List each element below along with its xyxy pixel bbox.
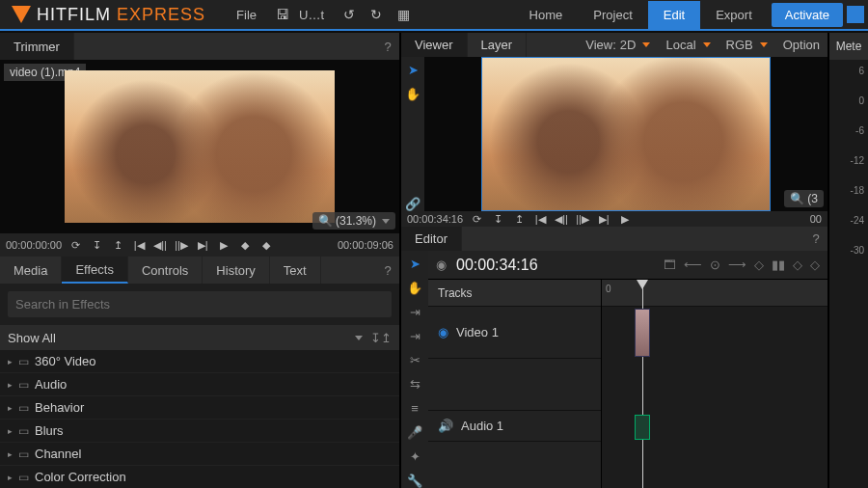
hand-tool-icon[interactable]: ✋ — [405, 87, 420, 101]
menu-file[interactable]: File — [227, 2, 266, 28]
redo-icon[interactable]: ↻ — [365, 3, 388, 26]
cut-tool-icon[interactable]: ✂ — [410, 353, 420, 367]
tab-media[interactable]: Media — [0, 257, 62, 284]
audio-clip[interactable] — [635, 415, 650, 440]
viewer-view-mode[interactable]: View: 2D — [578, 33, 658, 57]
undo-icon[interactable]: ↺ — [338, 3, 361, 26]
nav-home-icon[interactable]: ⊙ — [710, 258, 720, 272]
tab-controls[interactable]: Controls — [128, 257, 203, 284]
nav-export[interactable]: Export — [700, 1, 768, 29]
spark-tool-icon[interactable]: ✦ — [410, 449, 420, 464]
folder-icon: ▭ — [18, 378, 29, 392]
trimmer-help-icon[interactable]: ? — [376, 33, 399, 60]
notification-indicator[interactable] — [847, 6, 864, 23]
fx-category-item[interactable]: ▸▭360° Video — [0, 350, 399, 373]
meters-title[interactable]: Mete — [829, 33, 868, 60]
triangle-icon: ▸ — [8, 449, 13, 459]
nav-prev-icon[interactable]: ⟵ — [684, 258, 702, 272]
audio-track-row[interactable]: 🔊 Audio 1 — [428, 411, 601, 442]
step-back-icon[interactable]: ◀|| — [152, 239, 168, 252]
pointer-tool-icon[interactable]: ➤ — [408, 63, 419, 77]
play-icon[interactable]: ▶ — [216, 239, 231, 252]
wrench-tool-icon[interactable]: 🔧 — [407, 474, 422, 488]
triangle-icon: ▸ — [8, 403, 13, 413]
set-out-icon[interactable]: ↥ — [511, 213, 527, 226]
fx-category-item[interactable]: ▸▭Behavior — [0, 396, 399, 420]
keyframe-end-icon[interactable]: ◇ — [793, 258, 802, 272]
tab-layer[interactable]: Layer — [468, 33, 528, 57]
step-fwd-icon[interactable]: ||▶ — [575, 213, 590, 226]
trimmer-tc-out: 00:00:09:06 — [338, 239, 393, 251]
folder-icon: ▭ — [18, 401, 29, 415]
fx-category-item[interactable]: ▸▭Blurs — [0, 420, 399, 443]
sort-icon[interactable]: ↧↥ — [370, 331, 392, 345]
loop-icon[interactable]: ⟳ — [469, 213, 484, 226]
mic-tool-icon[interactable]: 🎤 — [407, 425, 422, 440]
loop-icon[interactable]: ⟳ — [68, 239, 83, 252]
marker2-icon[interactable]: ◆ — [258, 239, 274, 252]
viewer-space[interactable]: Local — [658, 33, 718, 57]
nav-next-icon[interactable]: ⟶ — [728, 258, 746, 272]
go-end-icon[interactable]: ▶| — [195, 239, 210, 252]
tab-history[interactable]: History — [203, 257, 269, 284]
viewer-zoom[interactable]: 🔍 (3 — [784, 190, 824, 207]
video-clip[interactable] — [635, 309, 650, 357]
nav-project[interactable]: Project — [578, 1, 647, 29]
tracks-header: Tracks — [428, 280, 601, 307]
play-icon[interactable]: ▶ — [617, 213, 633, 226]
go-end-icon[interactable]: ▶| — [596, 213, 611, 226]
editor-help-icon[interactable]: ? — [804, 227, 827, 251]
activate-button[interactable]: Activate — [772, 3, 843, 27]
trimmer-zoom[interactable]: 🔍 (31.3%) — [312, 212, 395, 230]
fx-filter-row[interactable]: Show All ↧↥ — [0, 325, 399, 350]
swap-tool-icon[interactable]: ⇆ — [410, 377, 420, 392]
save-icon[interactable]: 🖫 — [270, 3, 295, 26]
pointer-tool-icon[interactable]: ➤ — [410, 257, 420, 271]
tab-text[interactable]: Text — [270, 257, 321, 284]
go-start-icon[interactable]: |◀ — [131, 239, 147, 252]
set-out-icon[interactable]: ↥ — [110, 239, 125, 252]
tab-viewer[interactable]: Viewer — [401, 33, 468, 57]
snap2-tool-icon[interactable]: ⇥ — [410, 329, 420, 343]
snap-tool-icon[interactable]: ⇥ — [410, 305, 420, 319]
fx-category-item[interactable]: ▸▭Color Correction — [0, 466, 399, 488]
set-in-icon[interactable]: ↧ — [490, 213, 505, 226]
video-track-row[interactable]: ◉ Video 1 — [428, 307, 601, 359]
marker1-icon[interactable]: ◆ — [237, 239, 253, 252]
keyframe2-icon[interactable]: ◇ — [810, 258, 820, 272]
set-in-icon[interactable]: ↧ — [89, 239, 104, 252]
playhead-timecode[interactable]: 00:00:34:16 — [456, 257, 538, 274]
chevron-down-icon — [642, 42, 650, 47]
fx-category-item[interactable]: ▸▭Channel — [0, 443, 399, 466]
step-back-icon[interactable]: ◀|| — [554, 213, 569, 226]
nav-edit[interactable]: Edit — [648, 1, 700, 29]
tab-trimmer[interactable]: Trimmer — [0, 33, 74, 60]
tab-editor[interactable]: Editor — [401, 227, 462, 251]
ripple-tool-icon[interactable]: ≡ — [411, 401, 419, 416]
visibility-icon[interactable]: ◉ — [436, 258, 447, 272]
go-start-icon[interactable]: |◀ — [532, 213, 548, 226]
save-untitled-label[interactable]: U…t — [299, 2, 334, 28]
viewer-options[interactable]: Option — [775, 33, 827, 57]
meter-mark: 0 — [858, 95, 864, 106]
fx-category-item[interactable]: ▸▭Audio — [0, 373, 399, 396]
nav-home[interactable]: Home — [514, 1, 579, 29]
speaker-icon[interactable]: 🔊 — [438, 419, 453, 433]
link-tool-icon[interactable]: 🔗 — [405, 197, 420, 211]
fx-search-input[interactable] — [8, 291, 392, 317]
viewer-channels[interactable]: RGB — [719, 33, 775, 57]
window-icon[interactable]: 🗔 — [664, 258, 676, 272]
trimmer-preview[interactable]: video (1).mp4 🔍 (31.3%) — [0, 60, 399, 233]
trimmer-tab-row: Trimmer ? — [0, 33, 399, 60]
pause-icon[interactable]: ▮▮ — [772, 258, 785, 272]
step-fwd-icon[interactable]: ||▶ — [174, 239, 189, 252]
fx-categories-list[interactable]: ▸▭360° Video▸▭Audio▸▭Behavior▸▭Blurs▸▭Ch… — [0, 350, 399, 488]
workspace-grid-icon[interactable]: ▦ — [392, 3, 416, 26]
viewer-preview[interactable]: 🔍 (3 — [424, 57, 827, 211]
tab-effects[interactable]: Effects — [62, 257, 128, 284]
track-area[interactable]: 0 — [602, 280, 827, 488]
keyframe-icon[interactable]: ◇ — [754, 258, 764, 272]
eye-icon[interactable]: ◉ — [438, 325, 448, 339]
hand-tool-icon[interactable]: ✋ — [407, 281, 422, 295]
fx-help-icon[interactable]: ? — [376, 257, 399, 284]
